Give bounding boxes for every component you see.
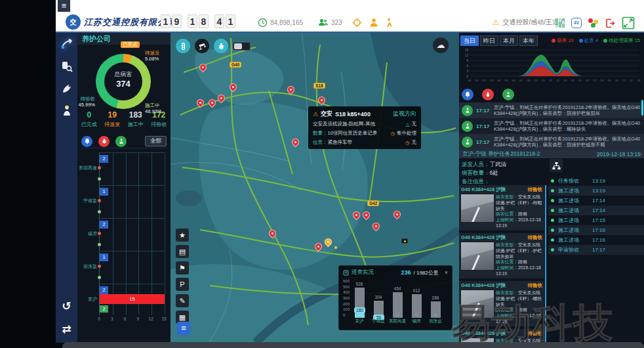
svg-text:01: 01 — [475, 79, 479, 82]
event-list: 17:17京沪-宁镇，刘斌正在对养护任务20191218-2申请验收。病害地点G… — [459, 102, 644, 150]
bug-tab-button[interactable] — [482, 89, 494, 100]
timeline-row[interactable]: 施工进场17:16 — [548, 225, 644, 235]
road-shield-G40[interactable]: G40 — [230, 62, 241, 68]
timeline-row[interactable]: 施工进场17:15 — [548, 215, 644, 225]
svg-text:21: 21 — [622, 79, 626, 82]
map-menu-button[interactable]: ≡ — [177, 322, 190, 335]
scrollbar-thumb[interactable] — [641, 100, 643, 116]
undo-icon[interactable]: ↺ — [56, 299, 77, 313]
gear-button[interactable] — [352, 16, 362, 29]
draw-tool[interactable]: ✎ — [176, 294, 189, 307]
company-bar-chart[interactable]: 03691215东部高速2宁靖盐1锡澄2宿淮盐1京沪2152 — [77, 152, 171, 324]
svg-text:19: 19 — [608, 79, 611, 82]
status-dots-icon[interactable] — [588, 18, 599, 28]
bug-filter-button[interactable] — [98, 136, 110, 147]
user-button[interactable] — [369, 16, 378, 29]
alert-tab-button[interactable] — [462, 89, 473, 100]
tab-本月[interactable]: 本月 — [500, 35, 518, 46]
camera-layer-toggle[interactable] — [233, 42, 251, 51]
timeline-row[interactable]: 施工进场17:14 — [548, 206, 644, 215]
svg-text:12: 12 — [465, 54, 469, 57]
bottom-taskbar[interactable] — [62, 342, 644, 348]
disease-photo[interactable] — [461, 242, 494, 270]
bar-group-锡澄[interactable]: 锡澄2 — [77, 218, 171, 252]
parking-tool[interactable]: P — [176, 278, 189, 291]
timeline-row[interactable]: 申请验收17:17 — [548, 245, 644, 255]
disease-card[interactable]: G40 K384+428 沪陕待验收病害类型：交安及沿线设施-护栏（E杆）-螺栓… — [459, 281, 544, 326]
event-item[interactable]: 17:17京沪-宁镇，刘斌正在对养护任务20191218-2申请验收。病害地点G… — [459, 102, 644, 118]
timeline-row[interactable]: 施工进场17:14 — [548, 196, 644, 206]
logout-icon[interactable] — [605, 18, 615, 28]
alert-filter-button[interactable] — [81, 136, 92, 147]
tab-本年[interactable]: 本年 — [519, 35, 538, 46]
bar-group-京沪[interactable]: 京沪2152 — [77, 284, 171, 318]
alert-icon — [464, 91, 471, 98]
all-button[interactable]: 全部 — [145, 136, 167, 146]
swap-icon[interactable]: ⇄ — [56, 322, 77, 336]
4v-badge-icon[interactable]: 4V — [571, 18, 582, 28]
popup-title: 巡查实况 — [352, 269, 374, 276]
apps-grid-icon[interactable] — [555, 18, 565, 28]
worker-tab-button[interactable] — [502, 89, 514, 100]
disease-card[interactable]: G40 K384+428 沪陕待验收病害类型：交安及沿线设施-护栏（E杆）-防撞… — [459, 329, 544, 343]
traffic-light-button[interactable] — [176, 39, 190, 53]
bar-group-宁靖盐[interactable]: 宁靖盐1 — [77, 185, 171, 219]
disease-button[interactable] — [214, 39, 228, 53]
period-tabs: 当日昨日本月本年 — [460, 35, 538, 46]
cctv-button[interactable] — [195, 39, 209, 53]
status-badge: 待验收 — [528, 186, 543, 193]
patrol-icon — [60, 82, 73, 95]
road-shield-G42[interactable]: G42 — [367, 200, 379, 206]
star-tool[interactable]: ★ — [176, 228, 189, 242]
orgchart-icon[interactable] — [550, 159, 563, 172]
inspector-button[interactable] — [384, 16, 393, 29]
flag-tool[interactable]: ⚑ — [176, 261, 189, 274]
svg-text:06: 06 — [512, 79, 515, 82]
user-info[interactable]: ⚠ 交通控股/感动/王定国 — [493, 18, 565, 27]
disease-photo[interactable] — [461, 194, 494, 222]
svg-text:16: 16 — [586, 79, 589, 82]
donut-center: 总病害 374 — [96, 70, 151, 89]
disease-card[interactable]: G40 K384+428 沪陕待验收病害类型：交安及沿线设施-护栏（E杆）-护栏… — [459, 233, 544, 278]
svg-text:18: 18 — [601, 79, 604, 82]
close-icon[interactable]: × — [445, 269, 448, 276]
sidebar-patrol-icon[interactable] — [56, 77, 77, 100]
menu-toggle-button[interactable]: ≡ — [58, 0, 70, 12]
column-divider — [545, 185, 546, 343]
event-item[interactable]: 17:17京沪-宁镇，刘斌正在对养护任务20191218-2申请验收。病害地点G… — [459, 118, 644, 134]
tab-当日[interactable]: 当日 — [460, 35, 479, 46]
svg-text:04: 04 — [498, 79, 501, 82]
timeline-row[interactable]: 任务接收13:19 — [548, 176, 644, 186]
disease-card[interactable]: G40 K384+428 沪陕待验收病害类型：交安及沿线设施-护栏（E杆）-柱帽… — [459, 185, 544, 230]
tab-昨日[interactable]: 昨日 — [480, 35, 498, 46]
hourly-area-chart: 0369121500010203040506070809101112131415… — [460, 47, 643, 88]
weather-button[interactable]: ☁ — [433, 37, 449, 53]
donut-label-accept: 待验收45.99% — [78, 96, 95, 108]
tooltip-qty: 10张同位置历史单记录 — [328, 130, 378, 137]
svg-text:3: 3 — [466, 70, 468, 73]
sidebar-route-icon[interactable] — [56, 33, 77, 55]
layers-tool[interactable]: ▤ — [176, 245, 189, 258]
event-item[interactable]: 17:17京沪-宁镇，刘斌正在对养护任务20191218-2申请验收。病害地点G… — [459, 134, 644, 150]
svg-text:11: 11 — [549, 79, 552, 82]
disease-photo[interactable] — [461, 290, 494, 318]
road-shield-S18[interactable]: S18 — [313, 83, 325, 89]
bar-group-东部高速[interactable]: 东部高速2 — [77, 152, 171, 186]
mileage-value: 84,898,165 — [270, 19, 303, 26]
bar-group-宿淮盐[interactable]: 宿淮盐1 — [77, 251, 171, 285]
svg-text:08: 08 — [527, 79, 530, 82]
map-canvas[interactable]: G40S18G42 ☁ ★▤⚑P✎▦ ≡ ⚠ 交安 S18 k85+400 监视… — [171, 33, 459, 343]
road-sign-marker[interactable] — [401, 238, 408, 244]
timeline-row[interactable]: 施工进场13:19 — [548, 186, 644, 196]
sidebar-survey-icon[interactable] — [56, 55, 77, 77]
legend-病害: 病害 19 — [552, 37, 573, 44]
donut-label-done: 已完成 — [121, 41, 140, 48]
worker-filter-button[interactable] — [115, 136, 127, 147]
info-row: 派发人员：丁武清 — [462, 160, 506, 169]
fullscreen-icon[interactable] — [622, 16, 635, 30]
sidebar-worker-icon[interactable] — [56, 100, 77, 122]
doc-icon — [343, 270, 349, 276]
patrol-bar-京沪[interactable] — [355, 288, 365, 318]
svg-text:20: 20 — [615, 79, 618, 82]
timeline-row[interactable]: 施工进场17:16 — [548, 235, 644, 245]
